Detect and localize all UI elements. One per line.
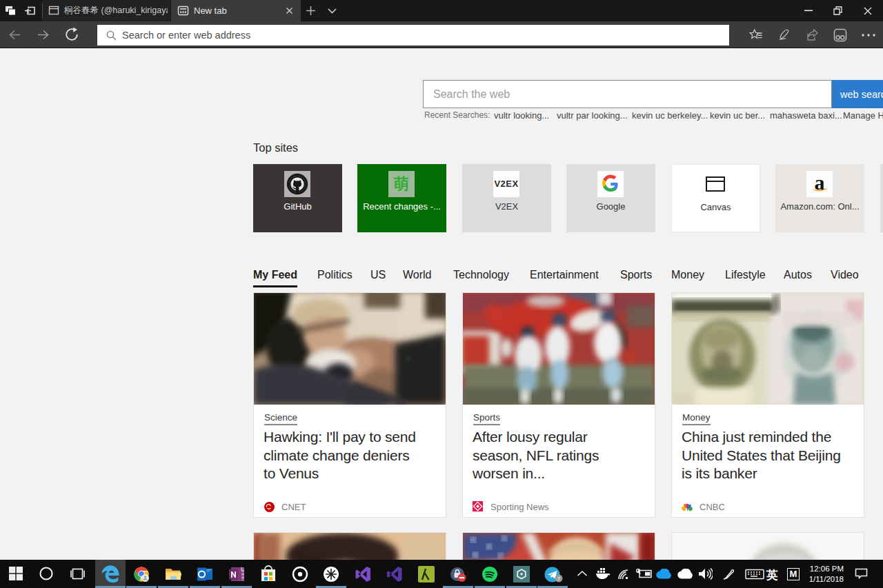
svg-text:7: 7 [557, 576, 561, 582]
